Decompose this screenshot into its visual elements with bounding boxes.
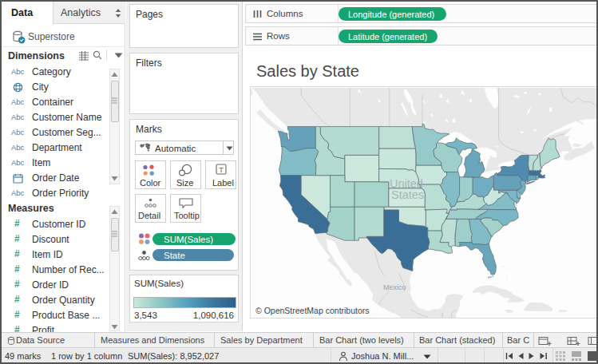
svg-text:T: T	[219, 166, 224, 174]
